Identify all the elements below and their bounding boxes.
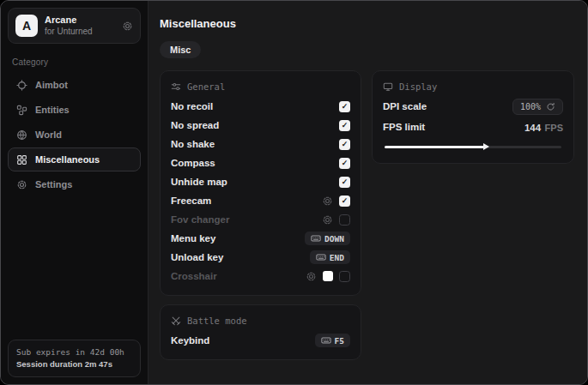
keybind-value: DOWN — [324, 234, 344, 244]
swords-icon — [171, 316, 181, 326]
gear-icon[interactable] — [306, 271, 317, 282]
keybind-row: Keybind F5 — [171, 331, 350, 350]
sidebar: A Arcane for Unturned Category AimbotEnt… — [1, 1, 149, 384]
keyboard-icon — [321, 335, 331, 346]
brand-logo: A — [15, 15, 38, 37]
brand-text: Arcane for Unturned — [45, 15, 115, 37]
setting-row: No spread✓ — [171, 116, 350, 135]
battle-card-title: Battle mode — [187, 316, 247, 326]
setting-label: No recoil — [171, 101, 213, 111]
app-window: A Arcane for Unturned Category AimbotEnt… — [0, 0, 588, 385]
setting-label: Keybind — [171, 335, 209, 346]
battle-card-header: Battle mode — [171, 316, 350, 326]
setting-row: Fov changer — [171, 210, 350, 229]
dpi-scale-value: 100% — [520, 102, 541, 111]
tab-misc[interactable]: Misc — [160, 41, 201, 58]
setting-row: Menu keyDOWN — [171, 229, 350, 248]
setting-label: Fov changer — [171, 214, 229, 225]
setting-label: Unhide map — [171, 177, 227, 187]
setting-row: Freecam✓ — [171, 191, 350, 210]
general-card-title: General — [187, 81, 225, 92]
dpi-scale-input[interactable]: 100% — [512, 99, 563, 115]
setting-label: No shake — [171, 139, 215, 149]
gear-icon[interactable] — [122, 21, 133, 32]
checkbox[interactable] — [339, 214, 350, 226]
globe-icon — [16, 129, 27, 141]
checkbox[interactable] — [339, 271, 350, 282]
crosshair-icon — [16, 80, 27, 91]
keyboard-icon — [311, 233, 321, 244]
gear-icon[interactable] — [322, 196, 333, 207]
display-card-title: Display — [399, 81, 437, 92]
checkbox[interactable]: ✓ — [339, 101, 350, 112]
sidebar-item-settings[interactable]: Settings — [8, 172, 141, 196]
setting-row: Unhide map✓ — [171, 172, 350, 191]
setting-row: Unload keyEND — [171, 248, 350, 267]
general-card-header: General — [171, 81, 350, 92]
setting-label: Unload key — [171, 252, 223, 262]
fps-limit-slider[interactable] — [385, 141, 561, 152]
general-card: General No recoil✓No spread✓No shake✓Com… — [160, 70, 361, 296]
setting-row: No shake✓ — [171, 135, 350, 153]
sidebar-item-label: Settings — [35, 179, 72, 189]
sidebar-item-miscellaneous[interactable]: Miscellaneous — [8, 147, 141, 171]
setting-label: FPS limit — [383, 122, 425, 132]
checkbox[interactable]: ✓ — [339, 177, 350, 188]
keybind-value: F5 — [335, 336, 344, 346]
setting-label: Compass — [171, 158, 215, 168]
sidebar-item-entities[interactable]: Entities — [8, 98, 141, 122]
brand-subtitle: for Unturned — [45, 27, 115, 38]
sub-expires-text: Sub expires in 42d 00h — [16, 346, 132, 358]
session-duration-text: Session duration 2m 47s — [16, 358, 132, 370]
tab-bar: Misc — [160, 41, 574, 58]
setting-label: No spread — [171, 120, 219, 130]
display-card: Display DPI scale 100% FPS limit 144 — [372, 70, 574, 164]
slider-thumb[interactable] — [483, 143, 489, 150]
color-swatch[interactable] — [323, 271, 333, 281]
sidebar-item-world[interactable]: World — [8, 123, 141, 147]
sidebar-item-label: World — [35, 129, 62, 140]
sidebar-item-label: Aimbot — [35, 80, 68, 90]
gear-icon[interactable] — [322, 214, 333, 226]
sidebar-nav: AimbotEntitiesWorldMiscellaneousSettings — [8, 73, 141, 196]
category-label: Category — [12, 57, 136, 67]
brand-name: Arcane — [45, 15, 115, 27]
sidebar-item-aimbot[interactable]: Aimbot — [8, 73, 141, 97]
slider-fill — [385, 146, 485, 148]
checkbox[interactable]: ✓ — [339, 139, 350, 150]
brand-card: A Arcane for Unturned — [8, 8, 141, 44]
reset-icon[interactable] — [546, 102, 555, 111]
sidebar-item-label: Entities — [35, 105, 70, 115]
monitor-icon — [383, 81, 393, 92]
entities-boxes-icon — [16, 105, 27, 116]
setting-label: DPI scale — [383, 101, 427, 111]
battle-mode-card: Battle mode Keybind F5 — [160, 304, 361, 360]
dpi-scale-row: DPI scale 100% — [383, 97, 563, 116]
main-panel: Miscellaneous Misc General No recoil✓No … — [149, 1, 587, 384]
sidebar-item-label: Miscellaneous — [35, 154, 100, 165]
fps-limit-row: FPS limit 144 FPS — [383, 117, 563, 136]
page-title: Miscellaneous — [160, 17, 574, 30]
setting-row: Compass✓ — [171, 153, 350, 172]
fps-limit-value: 144 — [524, 123, 541, 133]
keybind-value: END — [330, 253, 344, 262]
setting-label: Freecam — [171, 196, 211, 206]
keybind-button[interactable]: END — [310, 250, 350, 264]
grid-icon — [16, 154, 27, 165]
checkbox[interactable]: ✓ — [339, 158, 350, 169]
setting-row: Crosshair — [171, 267, 350, 286]
subscription-status-box: Sub expires in 42d 00h Session duration … — [8, 340, 141, 378]
checkbox[interactable]: ✓ — [339, 196, 350, 207]
setting-label: Crosshair — [171, 271, 217, 281]
display-card-header: Display — [383, 81, 563, 92]
keybind-button[interactable]: DOWN — [305, 232, 350, 245]
gear-icon — [16, 179, 27, 190]
keyboard-icon — [316, 252, 326, 262]
setting-row: No recoil✓ — [171, 97, 350, 116]
fps-limit-unit: FPS — [545, 123, 563, 133]
sliders-icon — [171, 81, 181, 92]
keybind-button[interactable]: F5 — [315, 334, 350, 347]
setting-label: Menu key — [171, 233, 215, 244]
checkbox[interactable]: ✓ — [339, 120, 350, 131]
